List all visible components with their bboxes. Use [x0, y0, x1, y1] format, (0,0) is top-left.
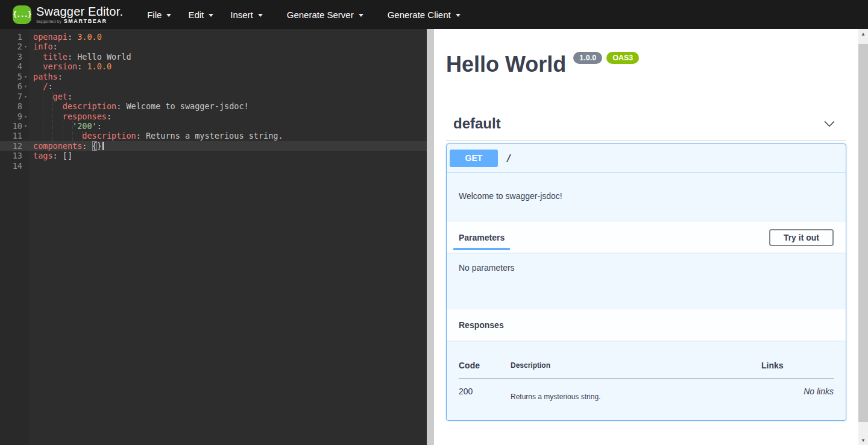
menu-edit[interactable]: Edit [180, 6, 222, 24]
fold-toggle-icon[interactable]: ▾ [22, 112, 29, 121]
editor-lines: 1openapi: 3.0.02▾info:3 title: Hello Wor… [0, 32, 427, 171]
menu-file-label: File [147, 10, 162, 20]
menu-bar: File Edit Insert Generate Server Generat… [139, 6, 469, 24]
try-it-out-button[interactable]: Try it out [769, 229, 834, 246]
line-number: 8 [0, 101, 29, 111]
editor-line[interactable]: 3 title: Hello World [0, 52, 427, 62]
fold-toggle-icon[interactable]: ▾ [22, 121, 29, 131]
brand-title: Swagger Editor. [36, 5, 123, 18]
responses-heading: Responses [459, 320, 504, 330]
operation-summary[interactable]: GET / [447, 144, 846, 172]
editor-line[interactable]: 8 description: Welcome to swagger-jsdoc! [0, 101, 427, 111]
api-title: Hello World [446, 53, 566, 76]
menu-generate-server-label: Generate Server [287, 10, 354, 20]
swagger-braces-icon: {...} [13, 5, 31, 24]
swagger-ui-preview: Hello World 1.0.0 OAS3 default GET / Wel… [434, 29, 868, 445]
code-line-text: paths: [29, 72, 63, 81]
editor-line[interactable]: 14 [0, 161, 427, 171]
preview-scrollbar[interactable]: ▲ ▼ [858, 29, 868, 445]
response-row-200: 200 Returns a mysterious string. No link… [459, 379, 834, 402]
api-info: Hello World 1.0.0 OAS3 [446, 53, 846, 76]
menu-generate-client[interactable]: Generate Client [379, 6, 469, 24]
code-line-text: version: 1.0.0 [29, 62, 112, 71]
code-line-text: description: Returns a mysterious string… [29, 131, 283, 140]
tag-section-default[interactable]: default [446, 113, 846, 140]
supported-by-label: Supported by [36, 19, 61, 24]
editor-line[interactable]: 13tags: [] [0, 151, 427, 160]
menu-file[interactable]: File [139, 6, 180, 24]
editor-line[interactable]: 2▾info: [0, 42, 427, 51]
editor-line[interactable]: 11 description: Returns a mysterious str… [0, 131, 427, 140]
responses-header: Responses [447, 309, 846, 341]
text-cursor [102, 142, 104, 150]
code-line-text: get: [29, 92, 72, 101]
smartbear-label: SMARTBEAR [64, 18, 107, 24]
editor-line[interactable]: 7▾ get: [0, 92, 427, 101]
fold-toggle-icon[interactable]: ▾ [22, 72, 29, 81]
editor-line[interactable]: 5▾paths: [0, 72, 427, 81]
editor-line[interactable]: 1openapi: 3.0.0 [0, 32, 427, 42]
code-line-text: '200': [29, 121, 102, 131]
version-badge: 1.0.0 [573, 52, 602, 64]
scroll-up-button[interactable]: ▲ [858, 29, 868, 39]
code-line-text: /: [29, 81, 53, 91]
method-badge: GET [450, 150, 498, 167]
line-number: 3 [0, 52, 29, 62]
responses-body: Code Description Links 200 Returns a mys… [447, 341, 846, 420]
caret-down-icon [456, 14, 461, 17]
code-line-text: openapi: 3.0.0 [29, 32, 102, 42]
operation-path: / [506, 153, 512, 164]
opblock-get: GET / Welcome to swagger-jsdoc! Paramete… [446, 144, 846, 421]
scroll-down-button[interactable]: ▼ [858, 435, 868, 445]
preview-content: Hello World 1.0.0 OAS3 default GET / Wel… [434, 29, 858, 445]
caret-down-icon [359, 14, 363, 17]
menu-insert[interactable]: Insert [222, 6, 271, 24]
line-number: 13 [0, 151, 29, 160]
logo-link[interactable]: {...} Swagger Editor. Supported by SMART… [13, 5, 123, 24]
editor-line[interactable]: 6▾ /: [0, 81, 427, 91]
tag-name: default [446, 115, 501, 132]
scrollbar-thumb[interactable] [858, 44, 868, 422]
line-number: 1 [0, 32, 29, 42]
code-line-text: title: Hello World [29, 52, 131, 62]
code-line-text: tags: [] [29, 151, 72, 160]
line-number: 11 [0, 131, 29, 140]
caret-down-icon [166, 14, 171, 17]
code-line-text: components: {} [29, 141, 104, 151]
line-number: 9▾ [0, 112, 29, 121]
pane-splitter[interactable] [427, 29, 434, 445]
response-code: 200 [459, 379, 511, 402]
logo-text: Swagger Editor. Supported by SMARTBEAR [36, 5, 123, 24]
fold-toggle-icon[interactable]: ▾ [22, 81, 29, 91]
fold-toggle-icon[interactable]: ▾ [22, 92, 29, 101]
code-line-text [29, 161, 33, 171]
line-number: 4 [0, 62, 29, 71]
chevron-down-icon[interactable] [822, 116, 837, 131]
menu-insert-label: Insert [230, 10, 253, 20]
parameters-label: Parameters [459, 233, 505, 242]
topbar: {...} Swagger Editor. Supported by SMART… [0, 0, 868, 29]
column-header-description: Description [511, 352, 761, 379]
parameters-body: No parameters [447, 253, 846, 309]
column-header-code: Code [459, 352, 511, 379]
editor-line[interactable]: 4 version: 1.0.0 [0, 62, 427, 71]
caret-down-icon [209, 14, 213, 17]
no-parameters-text: No parameters [459, 263, 515, 273]
menu-generate-client-label: Generate Client [388, 10, 451, 20]
line-number: 7▾ [0, 92, 29, 101]
operation-description: Welcome to swagger-jsdoc! [447, 172, 846, 222]
responses-table: Code Description Links 200 Returns a mys… [459, 352, 834, 401]
tab-parameters[interactable]: Parameters [453, 233, 510, 242]
editor-line[interactable]: 12components: {} [0, 141, 427, 151]
menu-generate-server[interactable]: Generate Server [278, 6, 372, 24]
fold-toggle-icon[interactable]: ▾ [22, 42, 29, 51]
code-line-text: description: Welcome to swagger-jsdoc! [29, 101, 249, 111]
line-number: 2▾ [0, 42, 29, 51]
line-number: 10▾ [0, 121, 29, 131]
line-number: 5▾ [0, 72, 29, 81]
code-editor[interactable]: 1openapi: 3.0.02▾info:3 title: Hello Wor… [0, 29, 427, 445]
editor-line[interactable]: 9▾ responses: [0, 112, 427, 121]
editor-line[interactable]: 10▾ '200': [0, 121, 427, 131]
line-number: 12 [0, 141, 29, 151]
menu-edit-label: Edit [188, 10, 204, 20]
